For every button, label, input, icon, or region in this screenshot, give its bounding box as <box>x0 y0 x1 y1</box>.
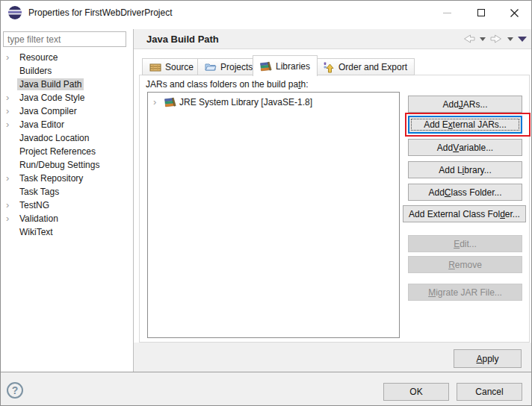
sidebar-item-wikitext[interactable]: WikiText <box>1 225 132 239</box>
help-icon[interactable]: ? <box>7 382 23 399</box>
close-icon <box>510 9 519 17</box>
sidebar-item-label: Builders <box>17 65 54 77</box>
eclipse-logo-icon <box>7 5 22 20</box>
tab-libraries[interactable]: Libraries <box>253 55 318 76</box>
sidebar-item-label: Task Repository <box>17 172 85 184</box>
view-menu-icon[interactable] <box>518 37 527 42</box>
sidebar-item-label: WikiText <box>17 226 55 238</box>
expand-chevron-icon[interactable]: › <box>6 94 17 102</box>
add-external-jars-button[interactable]: Add External JARs... <box>408 116 522 134</box>
tab-projects[interactable]: Projects <box>197 58 260 75</box>
title-bar: Properties for FirstWebDriverProject <box>1 1 531 25</box>
sidebar-item-label: Java Code Style <box>17 92 87 104</box>
close-button[interactable] <box>498 1 531 25</box>
sidebar-item-label: Java Compiler <box>17 105 79 117</box>
back-history-caret-icon[interactable] <box>480 37 486 41</box>
minimize-button[interactable] <box>430 1 464 25</box>
tab-source[interactable]: Source <box>142 58 201 75</box>
remove-button: Remove <box>408 256 522 273</box>
sidebar-item-run-debug-settings[interactable]: Run/Debug Settings <box>1 158 132 172</box>
sidebar-item-label: Resource <box>17 51 60 63</box>
forward-arrow-icon[interactable] <box>490 34 503 43</box>
sidebar-item-validation[interactable]: ›Validation <box>1 212 132 225</box>
forward-history-caret-icon[interactable] <box>507 37 513 41</box>
cancel-button[interactable]: Cancel <box>457 383 522 401</box>
sidebar-item-java-code-style[interactable]: ›Java Code Style <box>1 91 132 104</box>
sidebar-item-label: Project References <box>17 146 98 157</box>
build-path-list[interactable]: › JRE System Library [JavaSE-1.8] <box>147 92 400 338</box>
ok-button[interactable]: OK <box>383 383 449 401</box>
expand-chevron-icon[interactable]: › <box>6 107 17 115</box>
sidebar-item-label: Java Editor <box>17 119 66 131</box>
sidebar-item-testng[interactable]: ›TestNG <box>1 199 132 212</box>
expand-chevron-icon[interactable]: › <box>6 175 17 182</box>
properties-tree: ›Resource Builders Java Build Path ›Java… <box>1 51 132 239</box>
tab-label: Source <box>165 62 194 72</box>
window-title: Properties for FirstWebDriverProject <box>28 7 173 18</box>
minimize-icon <box>443 13 451 13</box>
maximize-button[interactable] <box>464 1 498 25</box>
pane-divider[interactable] <box>133 29 134 372</box>
page-header: Java Build Path <box>134 29 532 49</box>
list-item-jre-system-library[interactable]: › JRE System Library [JavaSE-1.8] <box>148 95 399 110</box>
expand-chevron-icon[interactable]: › <box>6 202 17 209</box>
maximize-icon <box>477 9 485 16</box>
back-arrow-icon[interactable] <box>463 34 475 43</box>
sidebar-item-label: Validation <box>17 213 61 225</box>
order-export-icon <box>323 61 335 73</box>
migrate-jar-file-button: Migrate JAR File... <box>408 284 522 301</box>
sidebar-item-label: Run/Debug Settings <box>17 159 102 171</box>
add-variable-button[interactable]: Add Variable... <box>408 139 522 156</box>
list-item-label: JRE System Library [JavaSE-1.8] <box>179 97 312 107</box>
sidebar-item-javadoc-location[interactable]: Javadoc Location <box>1 131 132 145</box>
add-external-class-folder-button[interactable]: Add External Class Folder... <box>403 205 526 222</box>
sidebar-item-task-repository[interactable]: ›Task Repository <box>1 172 132 185</box>
expand-chevron-icon[interactable]: › <box>6 215 17 222</box>
sidebar-item-java-build-path[interactable]: Java Build Path <box>1 78 132 91</box>
expand-chevron-icon[interactable]: › <box>6 54 17 61</box>
filter-input[interactable] <box>3 31 126 47</box>
bottom-bar <box>1 372 532 406</box>
library-books-icon <box>260 60 272 72</box>
library-books-icon <box>164 96 176 108</box>
tab-order-and-export[interactable]: Order and Export <box>315 58 415 75</box>
build-path-list-label: JARs and class folders on the build path… <box>146 79 308 90</box>
sidebar-item-java-editor[interactable]: ›Java Editor <box>1 118 132 131</box>
sidebar-item-label: Javadoc Location <box>17 132 91 144</box>
tab-label: Projects <box>220 62 253 72</box>
add-library-button[interactable]: Add Library... <box>408 161 522 178</box>
expand-chevron-icon[interactable]: › <box>6 121 17 128</box>
tab-label: Order and Export <box>338 62 407 72</box>
sidebar-item-label-selected: Java Build Path <box>17 78 84 90</box>
sidebar-item-project-references[interactable]: Project References <box>1 145 132 158</box>
add-class-folder-button[interactable]: Add Class Folder... <box>408 184 522 201</box>
package-icon <box>149 61 161 73</box>
sidebar-item-builders[interactable]: Builders <box>1 64 132 78</box>
tab-label: Libraries <box>276 61 310 72</box>
sidebar-item-java-compiler[interactable]: ›Java Compiler <box>1 104 132 118</box>
sidebar-item-resource[interactable]: ›Resource <box>1 51 132 64</box>
edit-button: Edit... <box>408 235 522 252</box>
apply-button[interactable]: Apply <box>454 349 522 368</box>
properties-dialog: Properties for FirstWebDriverProject ›Re… <box>0 0 532 406</box>
sidebar-item-task-tags[interactable]: Task Tags <box>1 185 132 199</box>
page-title: Java Build Path <box>146 34 219 45</box>
open-folder-icon <box>205 61 217 73</box>
expand-chevron-icon[interactable]: › <box>153 99 162 106</box>
sidebar-item-label: Task Tags <box>17 186 61 198</box>
add-jars-button[interactable]: Add JARs... <box>408 96 522 113</box>
sidebar-item-label: TestNG <box>17 199 52 211</box>
